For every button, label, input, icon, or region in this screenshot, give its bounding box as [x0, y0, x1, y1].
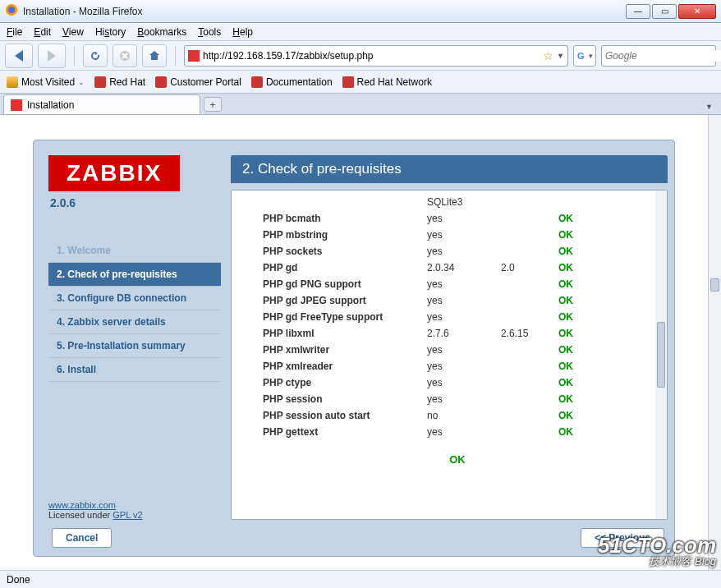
most-visited-button[interactable]: Most Visited ⌄	[7, 76, 85, 88]
bookmark-item[interactable]: Red Hat	[94, 76, 145, 88]
window-titlebar: Installation - Mozilla Firefox — ▭ ✕	[0, 0, 721, 23]
check-name: PHP xmlreader	[259, 358, 424, 374]
toolbar-separator	[175, 46, 176, 66]
check-current: yes	[424, 243, 498, 260]
maximize-button[interactable]: ▭	[652, 4, 677, 19]
table-row: PHP gd FreeType supportyesOK	[259, 309, 655, 325]
bookmark-label: Documentation	[266, 76, 333, 88]
bookmark-label: Customer Portal	[170, 76, 241, 88]
check-name: PHP gd	[259, 260, 424, 276]
prerequisites-table: SQLite3 PHP bcmathyesOKPHP mbstringyesOK…	[259, 194, 655, 440]
tab-favicon-icon	[11, 99, 22, 111]
check-required	[498, 342, 555, 358]
wizard-step[interactable]: 4. Zabbix server details	[48, 310, 221, 334]
menu-help[interactable]: Help	[232, 26, 253, 38]
tab-installation[interactable]: Installation	[3, 94, 200, 114]
menu-edit[interactable]: Edit	[34, 26, 51, 38]
check-status: OK	[555, 309, 655, 325]
table-row: PHP gd PNG supportyesOK	[259, 276, 655, 292]
new-tab-button[interactable]: +	[204, 97, 222, 112]
url-dropdown-icon[interactable]: ▼	[557, 52, 564, 60]
tab-title: Installation	[27, 99, 74, 111]
page-scrollbar[interactable]	[708, 115, 721, 570]
check-status: OK	[555, 276, 655, 292]
page-content: ZABBIX 2.0.6 1. Welcome2. Check of pre-r…	[0, 115, 708, 570]
check-current: yes	[424, 210, 498, 227]
bookmark-label: Red Hat	[109, 76, 145, 88]
table-row: PHP mbstringyesOK	[259, 227, 655, 243]
check-current: no	[424, 407, 498, 424]
check-status: OK	[555, 391, 655, 407]
check-status: OK	[555, 227, 655, 243]
search-engine-selector[interactable]: G▾	[573, 45, 596, 67]
check-required: 2.0	[498, 260, 555, 276]
check-required	[498, 391, 555, 407]
cancel-button[interactable]: Cancel	[52, 528, 112, 548]
prerequisites-panel: SQLite3 PHP bcmathyesOKPHP mbstringyesOK…	[231, 190, 668, 520]
check-status: OK	[555, 374, 655, 391]
table-row: PHP gettextyesOK	[259, 424, 655, 440]
search-box[interactable]	[601, 45, 716, 67]
table-row: PHP socketsyesOK	[259, 243, 655, 260]
close-button[interactable]: ✕	[678, 4, 716, 19]
table-row: PHP sessionyesOK	[259, 391, 655, 407]
bookmark-item[interactable]: Customer Portal	[155, 76, 241, 88]
back-button[interactable]	[5, 44, 33, 68]
reload-button[interactable]	[83, 44, 108, 67]
check-name: PHP gd PNG support	[259, 276, 424, 292]
check-required	[498, 227, 555, 243]
bookmark-star-icon[interactable]: ☆	[543, 49, 553, 62]
wizard-step[interactable]: 2. Check of pre-requisites	[48, 263, 221, 287]
menu-history[interactable]: History	[95, 26, 126, 38]
forward-button[interactable]	[38, 44, 66, 68]
panel-scroll-thumb[interactable]	[657, 322, 665, 388]
redhat-icon	[251, 76, 263, 88]
list-all-tabs-icon[interactable]: ▼	[705, 103, 713, 111]
menu-view[interactable]: View	[62, 26, 84, 38]
check-status: OK	[555, 243, 655, 260]
license-link[interactable]: GPL v2	[113, 510, 142, 520]
previous-button[interactable]: << Previous	[581, 528, 664, 548]
window-title: Installation - Mozilla Firefox	[23, 6, 142, 17]
redhat-icon	[155, 76, 167, 88]
wizard-step[interactable]: 1. Welcome	[48, 239, 221, 263]
bookmark-item[interactable]: Red Hat Network	[342, 76, 432, 88]
minimize-button[interactable]: —	[626, 4, 650, 19]
check-current: yes	[424, 276, 498, 292]
menu-tools[interactable]: Tools	[198, 26, 221, 38]
bookmark-item[interactable]: Documentation	[251, 76, 333, 88]
check-required	[498, 243, 555, 260]
search-input[interactable]	[605, 50, 721, 62]
url-input[interactable]	[203, 50, 540, 62]
zabbix-logo: ZABBIX	[48, 155, 180, 191]
check-current: yes	[424, 292, 498, 309]
home-button[interactable]	[142, 44, 167, 67]
panel-scrollbar[interactable]	[655, 191, 667, 519]
page-scroll-thumb[interactable]	[710, 278, 719, 292]
check-name: PHP bcmath	[259, 210, 424, 227]
footer-links: www.zabbix.com Licensed under GPL v2	[48, 500, 221, 520]
tab-strip: Installation + ▼	[0, 94, 721, 115]
check-name: PHP xmlwriter	[259, 342, 424, 358]
license-text: Licensed under	[48, 510, 113, 520]
url-bar[interactable]: ☆ ▼	[184, 45, 568, 67]
check-required	[498, 276, 555, 292]
db-type-value: SQLite3	[424, 194, 498, 210]
check-name: PHP sockets	[259, 243, 424, 260]
zabbix-site-link[interactable]: www.zabbix.com	[48, 500, 116, 510]
check-required	[498, 374, 555, 391]
table-row: PHP session auto startnoOK	[259, 407, 655, 424]
check-status: OK	[555, 325, 655, 342]
wizard-step[interactable]: 6. Install	[48, 358, 221, 382]
menu-bookmarks[interactable]: Bookmarks	[137, 26, 186, 38]
check-name: PHP session	[259, 391, 424, 407]
menu-file[interactable]: File	[7, 26, 22, 38]
check-status: OK	[555, 407, 655, 424]
check-current: yes	[424, 424, 498, 440]
check-status: OK	[555, 260, 655, 276]
wizard-step[interactable]: 3. Configure DB connection	[48, 287, 221, 310]
table-row: PHP gd2.0.342.0OK	[259, 260, 655, 276]
stop-button[interactable]	[113, 44, 137, 67]
wizard-step[interactable]: 5. Pre-Installation summary	[48, 334, 221, 358]
check-current: 2.7.6	[424, 325, 498, 342]
